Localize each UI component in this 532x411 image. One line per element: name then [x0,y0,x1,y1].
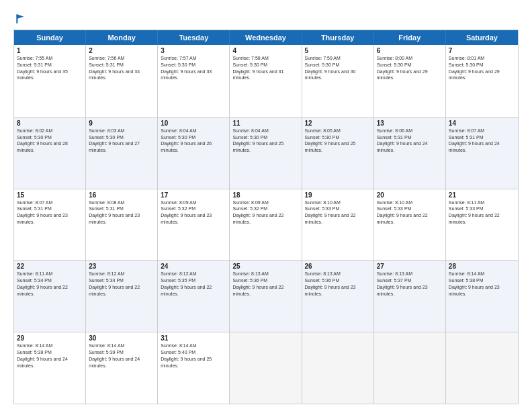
day-number: 28 [449,263,515,270]
col-monday: Monday [86,30,158,45]
week-row-5: 29 Sunrise: 8:14 AMSunset: 5:38 PMDaylig… [14,332,518,404]
cal-cell-1-1: 9 Sunrise: 8:03 AMSunset: 5:30 PMDayligh… [86,118,158,189]
cell-info: Sunrise: 8:00 AMSunset: 5:30 PMDaylight:… [377,56,428,80]
cal-cell-2-1: 16 Sunrise: 8:08 AMSunset: 5:31 PMDaylig… [86,189,158,261]
cal-cell-2-5: 20 Sunrise: 8:10 AMSunset: 5:33 PMDaylig… [374,189,446,261]
cell-info: Sunrise: 8:14 AMSunset: 5:38 PMDaylight:… [449,271,500,295]
cal-cell-3-3: 25 Sunrise: 8:13 AMSunset: 5:36 PMDaylig… [230,261,302,332]
cal-cell-4-5 [374,332,446,404]
day-number: 27 [377,263,443,270]
cell-info: Sunrise: 8:09 AMSunset: 5:32 PMDaylight:… [232,200,283,224]
day-number: 5 [305,47,371,54]
cell-info: Sunrise: 8:13 AMSunset: 5:37 PMDaylight:… [377,271,428,295]
logo [13,12,28,23]
day-number: 7 [449,47,515,54]
cell-info: Sunrise: 8:07 AMSunset: 5:31 PMDaylight:… [449,128,500,152]
logo-flag-icon [15,12,28,26]
cell-info: Sunrise: 8:13 AMSunset: 5:36 PMDaylight:… [232,271,283,295]
day-number: 15 [17,191,83,199]
day-number: 1 [17,47,83,54]
day-number: 21 [449,191,515,199]
week-row-3: 15 Sunrise: 8:07 AMSunset: 5:31 PMDaylig… [14,189,518,261]
week-row-4: 22 Sunrise: 8:11 AMSunset: 5:34 PMDaylig… [14,260,518,332]
day-number: 14 [449,120,515,127]
day-number: 20 [377,191,443,199]
cell-info: Sunrise: 8:11 AMSunset: 5:33 PMDaylight:… [449,200,500,224]
cell-info: Sunrise: 8:05 AMSunset: 5:30 PMDaylight:… [305,128,356,152]
cal-cell-4-2: 31 Sunrise: 8:14 AMSunset: 5:40 PMDaylig… [158,332,230,404]
cell-info: Sunrise: 7:56 AMSunset: 5:31 PMDaylight:… [89,56,140,80]
cal-cell-1-2: 10 Sunrise: 8:04 AMSunset: 5:30 PMDaylig… [158,118,230,189]
week-row-1: 1 Sunrise: 7:55 AMSunset: 5:31 PMDayligh… [14,45,518,117]
cell-info: Sunrise: 8:03 AMSunset: 5:30 PMDaylight:… [89,128,140,152]
day-number: 24 [161,263,226,270]
cal-cell-1-3: 11 Sunrise: 8:04 AMSunset: 5:30 PMDaylig… [230,118,302,189]
day-number: 4 [232,47,298,54]
col-sunday: Sunday [14,30,86,45]
cell-info: Sunrise: 8:13 AMSunset: 5:36 PMDaylight:… [305,271,356,295]
day-number: 19 [305,191,371,199]
cell-info: Sunrise: 8:14 AMSunset: 5:40 PMDaylight:… [161,343,212,367]
day-number: 22 [17,263,83,270]
day-number: 10 [161,120,226,127]
cell-info: Sunrise: 7:59 AMSunset: 5:30 PMDaylight:… [305,56,356,80]
cal-cell-4-4 [302,332,374,404]
day-number: 3 [161,47,226,54]
day-number: 6 [377,47,443,54]
cell-info: Sunrise: 8:02 AMSunset: 5:30 PMDaylight:… [17,128,68,152]
cell-info: Sunrise: 8:14 AMSunset: 5:39 PMDaylight:… [89,343,140,367]
cal-cell-1-0: 8 Sunrise: 8:02 AMSunset: 5:30 PMDayligh… [14,118,86,189]
col-saturday: Saturday [446,30,518,45]
cell-info: Sunrise: 8:06 AMSunset: 5:31 PMDaylight:… [377,128,428,152]
cal-cell-0-4: 5 Sunrise: 7:59 AMSunset: 5:30 PMDayligh… [302,45,374,117]
col-wednesday: Wednesday [230,30,302,45]
cal-cell-3-5: 27 Sunrise: 8:13 AMSunset: 5:37 PMDaylig… [374,261,446,332]
cal-cell-2-3: 18 Sunrise: 8:09 AMSunset: 5:32 PMDaylig… [230,189,302,261]
col-tuesday: Tuesday [158,30,230,45]
cal-cell-4-6 [446,332,518,404]
calendar-header-row: Sunday Monday Tuesday Wednesday Thursday… [14,30,518,45]
cal-cell-1-6: 14 Sunrise: 8:07 AMSunset: 5:31 PMDaylig… [446,118,518,189]
cal-cell-2-0: 15 Sunrise: 8:07 AMSunset: 5:31 PMDaylig… [14,189,86,261]
cal-cell-0-5: 6 Sunrise: 8:00 AMSunset: 5:30 PMDayligh… [374,45,446,117]
day-number: 12 [305,120,371,127]
day-number: 25 [232,263,298,270]
cal-cell-4-0: 29 Sunrise: 8:14 AMSunset: 5:38 PMDaylig… [14,332,86,404]
cal-cell-3-1: 23 Sunrise: 8:12 AMSunset: 5:34 PMDaylig… [86,261,158,332]
day-number: 26 [305,263,371,270]
cal-cell-0-2: 3 Sunrise: 7:57 AMSunset: 5:30 PMDayligh… [158,45,230,117]
cell-info: Sunrise: 8:10 AMSunset: 5:33 PMDaylight:… [305,200,356,224]
page-header [13,12,519,23]
cell-info: Sunrise: 7:57 AMSunset: 5:30 PMDaylight:… [161,56,212,80]
day-number: 31 [161,334,226,342]
col-friday: Friday [374,30,446,45]
calendar-grid: Sunday Monday Tuesday Wednesday Thursday… [13,30,519,404]
day-number: 9 [89,120,154,127]
cell-info: Sunrise: 8:14 AMSunset: 5:38 PMDaylight:… [17,343,68,367]
cell-info: Sunrise: 8:12 AMSunset: 5:34 PMDaylight:… [89,271,140,295]
cal-cell-0-6: 7 Sunrise: 8:01 AMSunset: 5:30 PMDayligh… [446,45,518,117]
cell-info: Sunrise: 8:07 AMSunset: 5:31 PMDaylight:… [17,200,68,224]
day-number: 30 [89,334,154,342]
cell-info: Sunrise: 8:01 AMSunset: 5:30 PMDaylight:… [449,56,500,80]
cal-cell-2-6: 21 Sunrise: 8:11 AMSunset: 5:33 PMDaylig… [446,189,518,261]
cal-cell-0-1: 2 Sunrise: 7:56 AMSunset: 5:31 PMDayligh… [86,45,158,117]
day-number: 17 [161,191,226,199]
cal-cell-0-0: 1 Sunrise: 7:55 AMSunset: 5:31 PMDayligh… [14,45,86,117]
cal-cell-0-3: 4 Sunrise: 7:58 AMSunset: 5:30 PMDayligh… [230,45,302,117]
day-number: 11 [232,120,298,127]
week-row-2: 8 Sunrise: 8:02 AMSunset: 5:30 PMDayligh… [14,117,518,189]
day-number: 8 [17,120,83,127]
cell-info: Sunrise: 8:11 AMSunset: 5:34 PMDaylight:… [17,271,68,295]
cell-info: Sunrise: 8:04 AMSunset: 5:30 PMDaylight:… [232,128,283,152]
cell-info: Sunrise: 7:58 AMSunset: 5:30 PMDaylight:… [232,56,283,80]
day-number: 29 [17,334,83,342]
day-number: 2 [89,47,154,54]
cal-cell-4-1: 30 Sunrise: 8:14 AMSunset: 5:39 PMDaylig… [86,332,158,404]
cal-cell-2-4: 19 Sunrise: 8:10 AMSunset: 5:33 PMDaylig… [302,189,374,261]
cal-cell-1-5: 13 Sunrise: 8:06 AMSunset: 5:31 PMDaylig… [374,118,446,189]
cell-info: Sunrise: 7:55 AMSunset: 5:31 PMDaylight:… [17,56,68,80]
cell-info: Sunrise: 8:09 AMSunset: 5:32 PMDaylight:… [161,200,212,224]
cal-cell-3-6: 28 Sunrise: 8:14 AMSunset: 5:38 PMDaylig… [446,261,518,332]
cal-cell-3-2: 24 Sunrise: 8:12 AMSunset: 5:35 PMDaylig… [158,261,230,332]
